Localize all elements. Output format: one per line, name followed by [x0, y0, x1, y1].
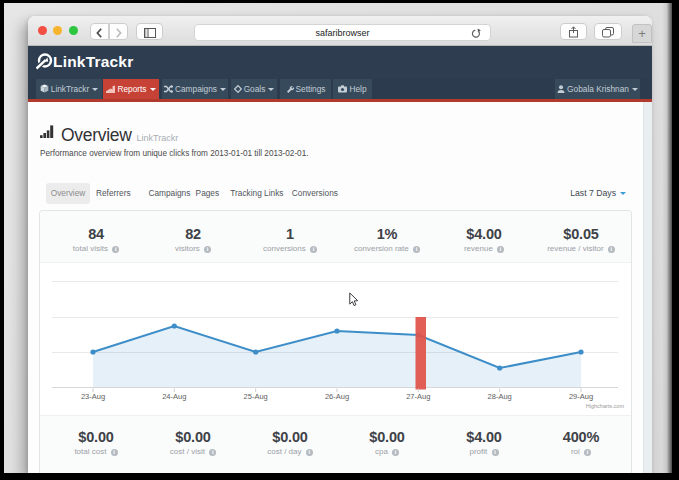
svg-text:24-Aug: 24-Aug	[162, 392, 186, 401]
svg-text:23-Aug: 23-Aug	[81, 392, 105, 401]
svg-text:26-Aug: 26-Aug	[325, 392, 349, 401]
svg-text:25-Aug: 25-Aug	[244, 392, 268, 401]
svg-text:Highcharts.com: Highcharts.com	[586, 403, 625, 409]
svg-text:29-Aug: 29-Aug	[569, 392, 593, 401]
svg-text:28-Aug: 28-Aug	[488, 392, 512, 401]
svg-text:27-Aug: 27-Aug	[406, 392, 430, 401]
